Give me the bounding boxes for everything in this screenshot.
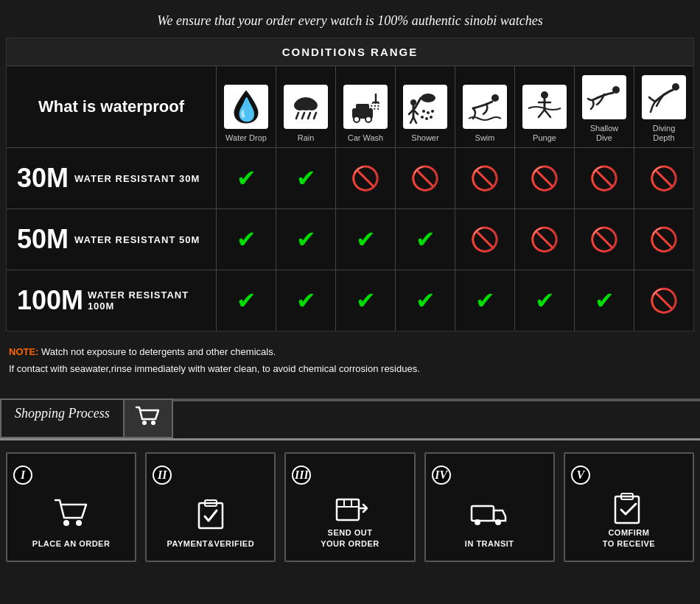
cell-30m-0: ✔: [217, 148, 276, 208]
shopping-cart-icon: [125, 398, 173, 438]
step-2-header: II: [153, 466, 268, 485]
resistance-m-100m: 100M: [7, 270, 88, 331]
svg-point-4: [306, 100, 318, 110]
step-3-num: III: [292, 466, 311, 485]
svg-point-46: [142, 421, 147, 425]
cell-100m-5: ✔: [515, 270, 575, 331]
cell-100m-0: ✔: [217, 270, 276, 331]
cell-100m-4: ✔: [455, 270, 515, 331]
icon-cell-shower: Shower: [396, 66, 455, 147]
data-cells-50m: ✔ ✔ ✔ ✔ 🚫 🚫 🚫 🚫: [217, 209, 693, 270]
icon-cell-diving-depth: DivingDepth: [634, 66, 693, 147]
step-5: V COMFIRMTO RECEIVE: [564, 452, 694, 562]
cell-50m-3: ✔: [396, 209, 455, 270]
icon-cell-car-wash: Car Wash: [336, 66, 396, 147]
row-100m: 100M WATER RESISTANT 100M ✔ ✔ ✔ ✔ ✔ ✔ ✔ …: [7, 270, 693, 331]
water-drop-icon: 💧: [224, 85, 268, 129]
step-5-label: COMFIRMTO RECEIVE: [603, 527, 655, 550]
diving-depth-icon: [642, 75, 686, 119]
cell-30m-7: 🚫: [634, 148, 693, 208]
svg-rect-52: [337, 499, 359, 520]
step-3: III SEND OUTYOUR ORDER: [284, 452, 415, 562]
step-3-icon: [332, 489, 368, 527]
icon-cell-water-drop: 💧 Water Drop: [217, 66, 276, 147]
step-1-header: I: [13, 466, 129, 485]
waterproof-section: CONDITIONS RANGE What is waterproof 💧 Wa…: [6, 38, 694, 331]
step-4-num: IV: [432, 466, 451, 485]
resistance-text-50m: WATER RESISTANT 50M: [74, 234, 200, 245]
svg-line-18: [378, 102, 379, 110]
cell-30m-1: ✔: [276, 148, 336, 208]
step-2-icon: [195, 489, 227, 538]
car-wash-label: Car Wash: [348, 133, 384, 143]
conditions-header: CONDITIONS RANGE: [7, 38, 693, 66]
svg-rect-42: [585, 78, 623, 116]
cell-100m-7: 🚫: [634, 270, 693, 331]
resistance-text-30m: WATER RESISTANT 30M: [74, 173, 200, 184]
cell-30m-6: 🚫: [575, 148, 634, 208]
svg-point-26: [425, 117, 428, 120]
icon-cell-shallow-dive: ShallowDive: [575, 66, 634, 147]
water-drop-label: Water Drop: [225, 133, 267, 143]
svg-point-3: [294, 100, 306, 110]
resistance-label-100m: 100M WATER RESISTANT 100M: [7, 270, 217, 331]
swim-label: Swim: [475, 133, 495, 143]
svg-point-48: [63, 520, 69, 526]
cell-100m-3: ✔: [396, 270, 455, 331]
car-wash-icon: [343, 85, 388, 129]
resistance-m-50m: 50M: [7, 209, 74, 270]
shopping-bar: Shopping Process: [0, 398, 700, 440]
step-2: II PAYMENT&VERIFIED: [145, 452, 276, 562]
resistance-label-30m: 30M WATER RESISTANT 30M: [7, 148, 217, 208]
icons-row: 💧 Water Drop: [217, 66, 693, 148]
cell-50m-2: ✔: [336, 209, 396, 270]
cell-50m-6: 🚫: [575, 209, 634, 270]
data-cells-30m: ✔ ✔ 🚫 🚫 🚫 🚫 🚫 🚫: [217, 148, 693, 208]
step-1-num: I: [13, 466, 32, 485]
banner-text: We ensure that your order every watch is…: [157, 13, 542, 28]
waterproof-table: What is waterproof 💧 Water Drop: [7, 66, 693, 331]
cell-30m-2: 🚫: [336, 148, 396, 208]
svg-point-57: [475, 519, 480, 525]
table-top-row: What is waterproof 💧 Water Drop: [7, 66, 693, 148]
cell-50m-5: 🚫: [515, 209, 575, 270]
cell-50m-0: ✔: [217, 209, 276, 270]
svg-point-58: [495, 519, 501, 525]
step-4-header: IV: [432, 466, 547, 485]
step-5-icon: [611, 489, 646, 527]
what-is-cell: What is waterproof: [7, 66, 217, 148]
row-30m: 30M WATER RESISTANT 30M ✔ ✔ 🚫 🚫 🚫 🚫 🚫 🚫: [7, 148, 693, 209]
resistance-text-100m: WATER RESISTANT 100M: [88, 289, 216, 312]
shower-label: Shower: [411, 133, 438, 143]
note-line1: NOTE: Watch not exposure to detergents a…: [9, 343, 691, 360]
rain-icon: [284, 85, 328, 129]
resistance-m-30m: 30M: [7, 148, 74, 208]
step-4-label: IN TRANSIT: [465, 538, 514, 549]
punge-icon: [522, 85, 567, 129]
svg-rect-50: [199, 503, 223, 528]
shopping-divider-line: [173, 398, 700, 401]
svg-point-13: [365, 116, 371, 122]
step-1-label: PLACE AN ORDER: [32, 538, 111, 549]
step-5-num: V: [571, 466, 590, 485]
note-text1: Watch not exposure to detergents and oth…: [38, 346, 276, 357]
svg-point-12: [354, 116, 360, 122]
cell-50m-1: ✔: [276, 209, 336, 270]
cell-30m-5: 🚫: [515, 148, 575, 208]
step-2-label: PAYMENT&VERIFIED: [167, 538, 254, 549]
cell-100m-2: ✔: [336, 270, 396, 331]
svg-point-49: [76, 520, 82, 526]
top-banner: We ensure that your order every watch is…: [0, 0, 700, 38]
svg-point-27: [430, 116, 433, 119]
step-4: IV IN TRANSIT: [424, 452, 555, 562]
step-2-num: II: [153, 466, 172, 485]
icon-cell-punge: Punge: [515, 66, 575, 147]
rain-label: Rain: [298, 133, 315, 143]
icon-cell-swim: Swim: [455, 66, 515, 147]
svg-text:💧: 💧: [233, 96, 261, 123]
step-5-header: V: [571, 466, 687, 485]
icon-cell-rain: Rain: [276, 66, 336, 147]
shower-icon: [403, 85, 447, 129]
note-section: NOTE: Watch not exposure to detergents a…: [0, 331, 700, 384]
svg-rect-59: [615, 496, 639, 523]
